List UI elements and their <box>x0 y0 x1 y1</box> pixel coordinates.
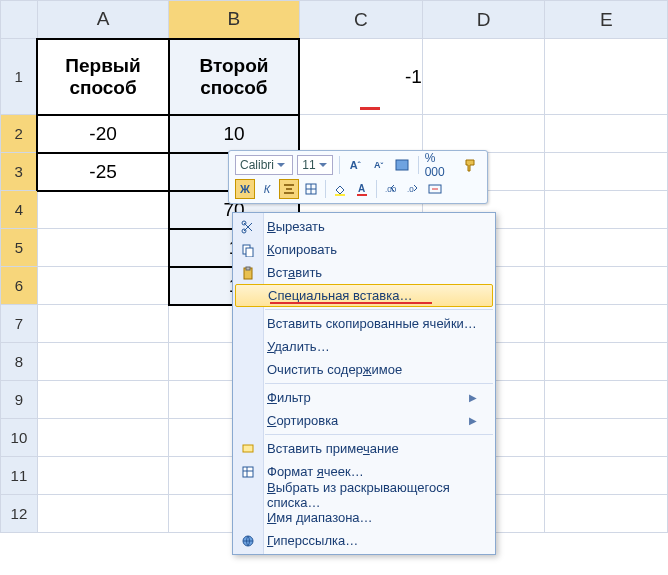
cell-D2[interactable] <box>422 115 545 153</box>
row-header-3[interactable]: 3 <box>1 153 38 191</box>
separator <box>339 156 340 174</box>
svg-text:A: A <box>358 183 365 194</box>
svg-rect-13 <box>246 267 250 270</box>
cell-E7[interactable] <box>545 305 668 343</box>
font-name-selector[interactable]: Calibri <box>235 155 293 175</box>
chevron-down-icon <box>319 161 327 169</box>
menu-label: Вставить примечание <box>267 441 477 456</box>
cell-E11[interactable] <box>545 457 668 495</box>
fill-color-button[interactable] <box>330 179 350 199</box>
font-color-button[interactable]: A <box>352 179 372 199</box>
cell-C2[interactable] <box>299 115 422 153</box>
cell-A7[interactable] <box>37 305 168 343</box>
cell-E9[interactable] <box>545 381 668 419</box>
cell-E2[interactable] <box>545 115 668 153</box>
increase-decimal-icon[interactable]: .0 <box>403 179 423 199</box>
cell-A8[interactable] <box>37 343 168 381</box>
col-header-B[interactable]: B <box>169 1 299 39</box>
svg-text:.0: .0 <box>407 185 414 194</box>
row-header-8[interactable]: 8 <box>1 343 38 381</box>
row-header-6[interactable]: 6 <box>1 267 38 305</box>
copy-icon <box>239 241 257 259</box>
row-header-9[interactable]: 9 <box>1 381 38 419</box>
cell-A11[interactable] <box>37 457 168 495</box>
cell-E6[interactable] <box>545 267 668 305</box>
col-header-D[interactable]: D <box>422 1 545 39</box>
accounting-format-icon[interactable] <box>392 155 411 175</box>
cell-A4[interactable] <box>37 191 168 229</box>
merge-cells-icon[interactable] <box>425 179 445 199</box>
menu-clear[interactable]: Очистить содержимое <box>233 358 495 381</box>
format-painter-icon[interactable] <box>462 155 481 175</box>
menu-filter[interactable]: Фильтр▶ <box>233 386 495 409</box>
cell-E5[interactable] <box>545 229 668 267</box>
row-header-1[interactable]: 1 <box>1 39 38 115</box>
cell-E10[interactable] <box>545 419 668 457</box>
cell-A3[interactable]: -25 <box>37 153 168 191</box>
menu-cut[interactable]: Вырезать <box>233 215 495 238</box>
cell-E12[interactable] <box>545 495 668 533</box>
menu-pick-from-list[interactable]: Выбрать из раскрывающегося списка… <box>233 483 495 506</box>
cell-A12[interactable] <box>37 495 168 533</box>
align-center-button[interactable] <box>279 179 299 199</box>
cell-A5[interactable] <box>37 229 168 267</box>
row-header-11[interactable]: 11 <box>1 457 38 495</box>
row-header-10[interactable]: 10 <box>1 419 38 457</box>
cell-C1[interactable]: -1 <box>299 39 422 115</box>
menu-delete[interactable]: Удалить… <box>233 335 495 358</box>
italic-button[interactable]: К <box>257 179 277 199</box>
row-header-12[interactable]: 12 <box>1 495 38 533</box>
cell-A10[interactable] <box>37 419 168 457</box>
cell-A6[interactable] <box>37 267 168 305</box>
decrease-decimal-icon[interactable]: .00 <box>381 179 401 199</box>
menu-comment[interactable]: Вставить примечание <box>233 437 495 460</box>
menu-paste[interactable]: Вставить <box>233 261 495 284</box>
annotation-underline <box>270 302 432 305</box>
grow-font-icon[interactable]: Aˆ <box>345 155 364 175</box>
svg-rect-4 <box>357 194 367 196</box>
cell-B2[interactable]: 10 <box>169 115 299 153</box>
bold-button[interactable]: Ж <box>235 179 255 199</box>
cell-D1[interactable] <box>422 39 545 115</box>
cell-A9[interactable] <box>37 381 168 419</box>
shrink-font-icon[interactable]: Aˇ <box>369 155 388 175</box>
row-header-2[interactable]: 2 <box>1 115 38 153</box>
col-header-E[interactable]: E <box>545 1 668 39</box>
percent-format-button[interactable]: % 000 <box>425 151 458 179</box>
menu-separator <box>265 309 493 310</box>
row-header-5[interactable]: 5 <box>1 229 38 267</box>
paste-icon <box>239 264 257 282</box>
menu-label: Вставить <box>267 265 477 280</box>
svg-text:.00: .00 <box>385 185 397 194</box>
submenu-arrow-icon: ▶ <box>469 392 477 403</box>
menu-label: Вставить скопированные ячейки… <box>267 316 477 331</box>
select-all-corner[interactable] <box>1 1 38 39</box>
borders-button[interactable] <box>301 179 321 199</box>
menu-label: Очистить содержимое <box>267 362 477 377</box>
cell-A2[interactable]: -20 <box>37 115 168 153</box>
row-header-4[interactable]: 4 <box>1 191 38 229</box>
menu-insert-copied[interactable]: Вставить скопированные ячейки… <box>233 312 495 335</box>
cell-B1[interactable]: Второй способ <box>169 39 299 115</box>
svg-rect-11 <box>246 248 253 257</box>
cell-E8[interactable] <box>545 343 668 381</box>
menu-copy[interactable]: Копировать <box>233 238 495 261</box>
svg-rect-0 <box>396 160 408 170</box>
menu-sort[interactable]: Сортировка▶ <box>233 409 495 432</box>
menu-named-range[interactable]: Имя диапазона… <box>233 506 495 529</box>
menu-label: Гиперссылка… <box>267 533 477 548</box>
context-menu: Вырезать Копировать Вставить Специальная… <box>232 212 496 555</box>
menu-paste-special[interactable]: Специальная вставка… <box>235 284 493 307</box>
cell-E4[interactable] <box>545 191 668 229</box>
hyperlink-icon <box>239 532 257 550</box>
cell-E3[interactable] <box>545 153 668 191</box>
col-header-A[interactable]: A <box>37 1 168 39</box>
menu-label: Удалить… <box>267 339 477 354</box>
font-size-selector[interactable]: 11 <box>297 155 332 175</box>
menu-hyperlink[interactable]: Гиперссылка… <box>233 529 495 552</box>
menu-label: Сортировка <box>267 413 469 428</box>
row-header-7[interactable]: 7 <box>1 305 38 343</box>
cell-E1[interactable] <box>545 39 668 115</box>
col-header-C[interactable]: C <box>299 1 422 39</box>
cell-A1[interactable]: Первый способ <box>37 39 168 115</box>
